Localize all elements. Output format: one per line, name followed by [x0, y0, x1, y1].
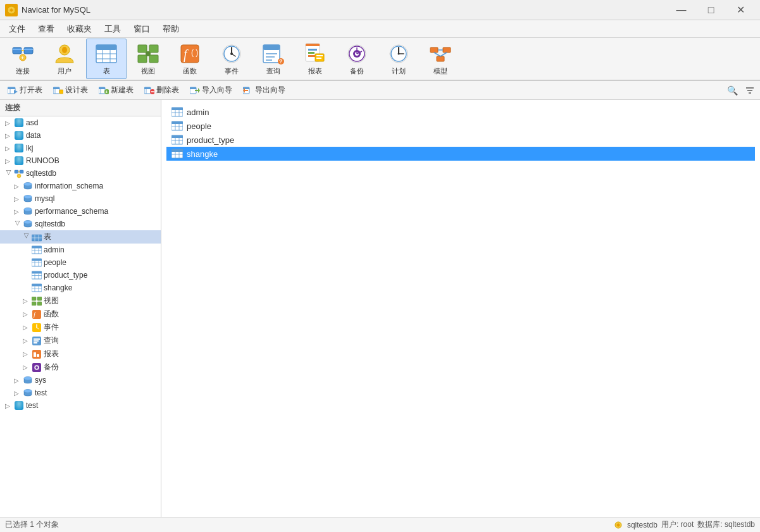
svg-rect-62	[8, 87, 15, 89]
tool-view[interactable]: 视图	[128, 39, 168, 79]
sidebar-item-information-schema[interactable]: ▷ information_schema	[0, 180, 161, 192]
tool-table-label: 表	[103, 66, 110, 76]
arrow-icon: ▷	[14, 208, 22, 215]
sidebar-item-test-db[interactable]: ▷ test	[0, 387, 161, 399]
sidebar-label-performance-schema: performance_schema	[35, 207, 108, 216]
svg-rect-42	[316, 55, 323, 56]
db-icon	[23, 181, 33, 191]
sidebar-item-data[interactable]: ▷ data	[0, 129, 161, 142]
sidebar: 连接 ▷ asd ▷ data ▷ lkj ▷ RUNOOB ▷	[0, 100, 161, 517]
open-table-button[interactable]: 打开表	[3, 83, 47, 97]
sidebar-item-queries-folder[interactable]: ▷ 查询	[0, 334, 161, 347]
export-wizard-button[interactable]: 导出向导	[238, 83, 290, 97]
sidebar-item-events-folder[interactable]: ▷ 事件	[0, 321, 161, 334]
sidebar-item-performance-schema[interactable]: ▷ performance_schema	[0, 205, 161, 218]
sidebar-item-reports-folder[interactable]: ▷ 报表	[0, 347, 161, 361]
table-item-people[interactable]: people	[166, 119, 755, 133]
delete-table-button[interactable]: 删除表	[139, 83, 184, 97]
sidebar-item-views-folder[interactable]: ▷ 视图	[0, 294, 161, 307]
svg-line-60	[434, 53, 440, 56]
sidebar-item-mysql[interactable]: ▷ mysql	[0, 192, 161, 205]
sidebar-item-product-type-tbl[interactable]: product_type	[0, 269, 161, 281]
svg-rect-140	[37, 354, 39, 357]
tool-event[interactable]: 事件	[211, 39, 252, 79]
arrow-icon: ▷	[5, 158, 13, 164]
sidebar-label-info-schema: information_schema	[35, 182, 103, 190]
tool-report-label: 报表	[308, 66, 322, 76]
connect-icon: +	[11, 42, 34, 65]
sidebar-item-test-root[interactable]: ▷ test	[0, 399, 161, 412]
tool-query[interactable]: ? 查询	[253, 39, 294, 79]
sidebar-item-sqltestdb-db[interactable]: ▷ sqltestdb	[0, 218, 161, 230]
sidebar-item-funcs-folder[interactable]: ▷ f 函数	[0, 307, 161, 321]
tool-table[interactable]: 表	[86, 39, 127, 79]
tool-connect[interactable]: + 连接	[3, 39, 43, 79]
table-file-icon	[171, 107, 183, 117]
sidebar-label-events: 事件	[44, 322, 59, 333]
menu-help[interactable]: 帮助	[156, 21, 185, 37]
tool-user[interactable]: 用户	[44, 39, 85, 79]
table-icon-small	[32, 283, 42, 293]
tool-report[interactable]: 报表	[295, 39, 335, 79]
close-button[interactable]: ✕	[726, 1, 755, 20]
title-bar: Navicat for MySQL — □ ✕	[0, 0, 760, 20]
db-icon	[14, 143, 24, 153]
svg-line-59	[440, 53, 447, 56]
connection-icon	[14, 168, 24, 178]
svg-rect-135	[34, 338, 40, 340]
menu-window[interactable]: 窗口	[127, 21, 156, 37]
tool-func[interactable]: f ( ) 函数	[170, 39, 210, 79]
new-table-button[interactable]: + 新建表	[94, 83, 139, 97]
svg-rect-19	[149, 55, 158, 63]
maximize-button[interactable]: □	[697, 1, 725, 20]
arrow-icon: ▷	[6, 170, 13, 177]
arrow-icon: ▷	[23, 297, 30, 304]
sidebar-item-lkj[interactable]: ▷ lkj	[0, 142, 161, 154]
sidebar-item-admin-tbl[interactable]: admin	[0, 244, 161, 256]
sidebar-item-shangke-tbl[interactable]: shangke	[0, 281, 161, 294]
view-icon	[137, 42, 159, 65]
table-file-icon	[171, 135, 183, 145]
sidebar-item-tables-folder[interactable]: ▷ 表	[0, 230, 161, 244]
table-item-admin[interactable]: admin	[166, 105, 755, 119]
arrow-icon: ▷	[23, 311, 30, 318]
db-icon	[23, 206, 33, 216]
svg-rect-121	[32, 284, 42, 287]
db-icon	[14, 118, 24, 128]
title-bar-controls: — □ ✕	[667, 1, 755, 20]
sidebar-label-tables: 表	[44, 232, 51, 242]
svg-point-143	[35, 366, 38, 369]
design-table-button[interactable]: 设计表	[48, 83, 93, 97]
minimize-button[interactable]: —	[667, 1, 695, 20]
svg-point-93	[24, 183, 32, 186]
menu-tools[interactable]: 工具	[98, 21, 127, 37]
backup-icon-small	[32, 362, 42, 373]
open-table-icon	[8, 85, 18, 96]
table-name-people: people	[187, 121, 211, 131]
table-item-product-type[interactable]: product_type	[166, 133, 755, 147]
svg-point-97	[24, 208, 32, 211]
sidebar-item-people-tbl[interactable]: people	[0, 256, 161, 269]
sidebar-item-sqltestdb-root[interactable]: ▷ sqltestdb	[0, 167, 161, 180]
menu-view[interactable]: 查看	[32, 21, 61, 37]
tool-schedule[interactable]: 计划	[378, 39, 419, 79]
sidebar-item-RUNOOB[interactable]: ▷ RUNOOB	[0, 154, 161, 167]
menu-file[interactable]: 文件	[3, 21, 32, 37]
filter-button[interactable]	[742, 83, 757, 98]
table-name-product-type: product_type	[187, 135, 234, 145]
tool-backup[interactable]: 备份	[337, 39, 377, 79]
sidebar-label-backups: 备份	[44, 362, 59, 373]
table-icon-small	[32, 245, 42, 255]
svg-rect-66	[53, 87, 59, 89]
svg-rect-16	[138, 45, 147, 53]
table-item-shangke[interactable]: shangke	[166, 147, 755, 161]
svg-point-145	[24, 377, 32, 380]
tool-model[interactable]: 模型	[420, 39, 461, 79]
sidebar-item-asd[interactable]: ▷ asd	[0, 116, 161, 129]
svg-marker-64	[14, 90, 18, 94]
search-button[interactable]: 🔍	[725, 83, 740, 98]
import-wizard-button[interactable]: 导入向导	[185, 83, 237, 97]
sidebar-item-sys[interactable]: ▷ sys	[0, 374, 161, 387]
sidebar-item-backups-folder[interactable]: ▷ 备份	[0, 361, 161, 374]
menu-favorites[interactable]: 收藏夹	[61, 21, 98, 37]
